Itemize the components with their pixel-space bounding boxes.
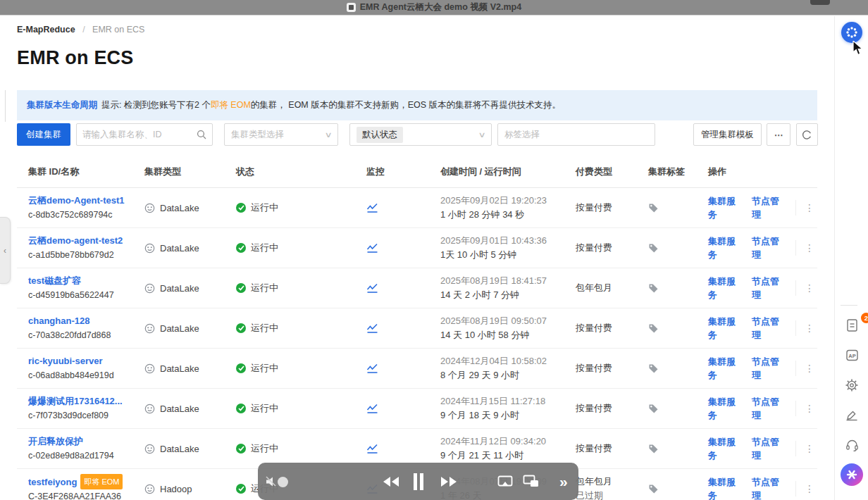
cluster-services-link[interactable]: 集群服务 <box>708 435 739 462</box>
cluster-services-link[interactable]: 集群服务 <box>708 194 739 221</box>
monitor-chart-icon[interactable] <box>366 363 378 374</box>
cluster-services-link[interactable]: 集群服务 <box>708 395 739 422</box>
cluster-services-link[interactable]: 集群服务 <box>708 475 739 500</box>
running-duration: 9 个月 21 天 11 小时 <box>440 449 576 463</box>
table-header-cell: 集群标签 <box>648 165 708 178</box>
cluster-name-cell: 云栖demo-agent-test2 c-a1d5bbe78bb679d2 <box>28 234 144 262</box>
cluster-name-link[interactable]: testfeiyong <box>28 477 77 487</box>
row-more-icon[interactable]: ⋮ <box>795 320 814 336</box>
fast-forward-button[interactable] <box>440 463 458 500</box>
monitor-chart-icon[interactable] <box>366 323 378 334</box>
node-management-link[interactable]: 节点管理 <box>752 475 783 500</box>
status-running-icon <box>236 444 246 454</box>
tag-icon[interactable] <box>648 243 659 254</box>
cluster-type-label: DataLake <box>160 444 199 454</box>
node-management-link[interactable]: 节点管理 <box>752 275 783 301</box>
node-management-link[interactable]: 节点管理 <box>752 435 783 462</box>
table-row[interactable]: changhan-128 c-70a38c20fdd7d868 DataLake… <box>17 308 817 349</box>
tag-icon[interactable] <box>648 203 659 213</box>
table-row[interactable]: 爆爆测试用17316412... c-7f073b3d9dcef809 Data… <box>17 389 817 429</box>
cluster-type-cell: DataLake <box>144 363 236 374</box>
cluster-search-input[interactable]: 请输入集群名称、ID <box>76 123 213 146</box>
table-header-cell: 付费类型 <box>576 165 648 178</box>
manage-cluster-template-button[interactable]: 管理集群模板 <box>693 123 762 146</box>
tag-icon[interactable] <box>648 444 659 454</box>
cluster-services-link[interactable]: 集群服务 <box>708 275 739 301</box>
monitor-chart-icon[interactable] <box>366 404 378 414</box>
running-duration: 14 天 10 小时 58 分钟 <box>440 328 576 342</box>
app-center-icon[interactable] <box>841 22 862 43</box>
volume-knob[interactable] <box>278 477 288 487</box>
monitor-chart-icon[interactable] <box>366 444 378 454</box>
table-header-cell: 集群 ID/名称 <box>28 165 144 178</box>
running-duration: 1 小时 28 分钟 34 秒 <box>440 208 576 222</box>
gear-icon[interactable] <box>844 377 860 393</box>
table-row[interactable]: ric-kyuubi-server c-06ad8abb484e919d Dat… <box>17 349 817 389</box>
node-management-link[interactable]: 节点管理 <box>752 235 783 261</box>
tag-icon[interactable] <box>648 363 659 374</box>
cluster-name-link[interactable]: 云栖demo-agent-test2 <box>28 235 123 246</box>
row-more-icon[interactable]: ⋮ <box>795 280 814 296</box>
left-panel-collapse-handle[interactable]: ‹ <box>0 217 11 284</box>
notification-badge: 2 <box>861 313 868 323</box>
node-management-link[interactable]: 节点管理 <box>752 315 783 342</box>
row-more-icon[interactable]: ⋮ <box>795 240 814 256</box>
volume-muted-icon[interactable] <box>265 463 278 500</box>
banner-link[interactable]: 集群版本生命周期 <box>27 99 97 111</box>
cluster-name-link[interactable]: 云栖demo-Agent-test1 <box>28 195 125 206</box>
cluster-status-cell: 运行中 <box>236 282 366 294</box>
search-icon[interactable] <box>197 130 206 139</box>
tag-icon[interactable] <box>648 484 659 494</box>
cluster-name-link[interactable]: 开启释放保护 <box>28 436 83 446</box>
cluster-name-link[interactable]: test磁盘扩容 <box>28 275 81 286</box>
row-more-icon[interactable]: ⋮ <box>795 200 814 215</box>
row-more-icon[interactable]: ⋮ <box>795 481 814 496</box>
tag-icon[interactable] <box>648 404 659 414</box>
cast-display-button[interactable] <box>497 463 513 500</box>
rewind-button[interactable] <box>382 463 400 500</box>
create-time: 2024年12月04日 10:58:02 <box>440 354 576 368</box>
api-icon[interactable]: AP <box>844 347 860 363</box>
video-player-controls[interactable]: » <box>258 463 578 500</box>
row-more-icon[interactable]: ⋮ <box>795 401 814 416</box>
cluster-services-link[interactable]: 集群服务 <box>708 235 739 261</box>
tag-icon[interactable] <box>648 323 659 334</box>
table-row[interactable]: 云栖demo-agent-test2 c-a1d5bbe78bb679d2 Da… <box>17 228 817 268</box>
monitor-chart-icon[interactable] <box>366 283 378 294</box>
refresh-button[interactable] <box>796 123 818 146</box>
status-running-icon <box>236 323 246 333</box>
payment-type: 按量付费 <box>576 321 648 335</box>
row-more-icon[interactable]: ⋮ <box>795 361 814 376</box>
status-filter-select[interactable]: 默认状态 ∨ <box>349 123 492 146</box>
cluster-services-link[interactable]: 集群服务 <box>708 355 739 382</box>
monitor-chart-icon[interactable] <box>366 243 378 254</box>
ai-assistant-icon[interactable] <box>841 463 863 486</box>
create-cluster-button[interactable]: 创建集群 <box>17 123 70 146</box>
cluster-name-link[interactable]: 爆爆测试用17316412... <box>28 396 123 406</box>
cluster-name-link[interactable]: ric-kyuubi-server <box>28 356 103 366</box>
tag-icon[interactable] <box>648 283 659 294</box>
node-management-link[interactable]: 节点管理 <box>752 355 783 382</box>
cluster-name-link[interactable]: changhan-128 <box>28 315 89 326</box>
cluster-type-select[interactable]: 集群类型选择 ∨ <box>224 123 338 146</box>
cluster-type-label: DataLake <box>160 243 199 254</box>
table-header-cell: 状态 <box>236 165 366 178</box>
breadcrumb-root[interactable]: E-MapReduce <box>17 25 75 35</box>
feedback-pen-icon[interactable] <box>844 408 860 423</box>
picture-in-picture-button[interactable] <box>523 463 540 500</box>
cluster-services-link[interactable]: 集群服务 <box>708 315 739 342</box>
table-row[interactable]: test磁盘扩容 c-d45919b6a5622447 DataLake 运行中 <box>17 268 817 308</box>
node-management-link[interactable]: 节点管理 <box>752 395 783 422</box>
document-icon[interactable]: 2 <box>844 318 860 333</box>
lifecycle-notice-banner: 集群版本生命周期 提示: 检测到您账号下有2 个 即将 EOM 的集群， EOM… <box>17 90 817 120</box>
pause-button[interactable] <box>412 463 425 500</box>
more-actions-button[interactable]: ⋯ <box>767 123 790 146</box>
player-more-button[interactable]: » <box>559 463 568 500</box>
tag-select-input[interactable]: 标签选择 <box>497 123 655 146</box>
monitor-chart-icon[interactable] <box>366 203 378 213</box>
node-management-link[interactable]: 节点管理 <box>752 194 783 221</box>
status-filter-chip[interactable]: 默认状态 <box>356 127 403 143</box>
support-headset-icon[interactable] <box>844 437 860 453</box>
table-row[interactable]: 云栖demo-Agent-test1 c-8db3c752c689794c Da… <box>17 188 817 228</box>
row-more-icon[interactable]: ⋮ <box>795 441 814 456</box>
